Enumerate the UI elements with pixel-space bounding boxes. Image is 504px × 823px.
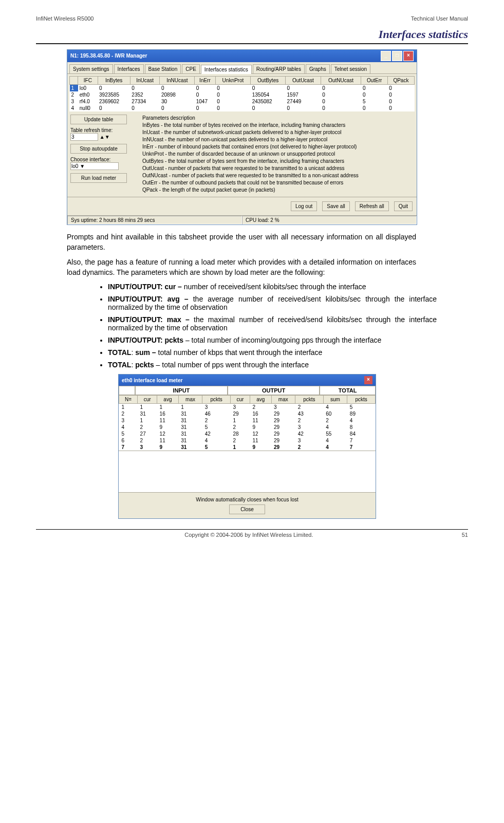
tab-telnet-session[interactable]: Telnet session [331,64,370,73]
list-item: TOTAL: sum – total number of kbps that w… [108,348,437,357]
stats-col-header: InBytes [98,77,130,85]
window-title-bar: N1: 195.38.45.80 - IWR Manager _ □ × [67,50,417,62]
desc-line: InUcast - the number of subnetwork-unica… [142,129,410,136]
table-row[interactable]: 4null00000000000 [70,105,415,111]
list-item: INPUT/OUTPUT: avg – the average number o… [108,295,437,311]
stats-col-header [70,77,78,85]
meter-col-header: pckts [347,396,376,404]
footer-center: Copyright © 2004-2006 by InfiNet Wireles… [184,532,313,538]
stats-col-header: InNUcast [160,77,195,85]
meter-col-header: cur [230,396,250,404]
stats-col-header: OutUcast [286,77,321,85]
tab-cpe[interactable]: CPE [182,64,200,73]
section-title: Interfaces statistics [36,28,468,44]
meter-col-header: sum [323,396,347,404]
prose-paragraph: Prompts and hint available in this tabsh… [67,232,416,252]
table-row: 621131421129347 [119,437,376,444]
meter-col-header: avg [250,396,271,404]
meter-col-header: cur [138,396,157,404]
bottom-buttons: Log outSave allRefresh allQuit [67,197,417,215]
table-row[interactable]: 3rf4.02369602273343010470243508227449050 [70,98,415,105]
list-item: INPUT/OUTPUT: pckts – total number of in… [108,336,437,344]
desc-line: OutErr - the number of outbound packets … [142,179,410,186]
refresh-time-input[interactable] [70,133,98,141]
meter-table: N=curavgmaxpcktscuravgmaxpcktssumpckts11… [119,395,376,451]
desc-line: OutNUcast - number of packets that were … [142,172,410,179]
tab-system-settings[interactable]: System settings [69,64,113,73]
meter-col-header: max [271,396,295,404]
stats-col-header: OutErr [361,77,387,85]
stats-table: IFCInBytesInUcastInNUcastInErrUnknProtOu… [69,76,415,111]
stats-col-header: QPack [387,77,414,85]
log-out-button[interactable]: Log out [291,201,317,211]
tab-graphs[interactable]: Graphs [306,64,330,73]
stats-col-header: InErr [195,77,215,85]
close-icon[interactable]: × [403,51,414,61]
meter-col-header: max [178,396,202,404]
list-item: INPUT/OUTPUT: max – the maximal number o… [108,315,437,332]
list-item: TOTAL: pckts – total number of pps went … [108,361,437,369]
refresh-all-button[interactable]: Refresh all [355,201,389,211]
stats-col-header: IFC [78,77,98,85]
page-number: 51 [462,532,468,538]
desc-line: QPack - the length of the output packet … [142,186,410,194]
maximize-icon[interactable]: □ [392,51,402,61]
desc-line: InErr - number of inbound packets that c… [142,143,410,151]
meter-group-input: INPUT [135,386,228,395]
stats-col-header: OutBytes [251,77,286,85]
status-cpu: CPU load: 2 % [242,216,417,225]
meter-footer-text: Window automatically closes when focus l… [123,497,371,502]
prose-paragraph: Also, the page has a feature of running … [67,257,416,277]
meter-col-header: avg [157,396,179,404]
iwr-manager-window: N1: 195.38.45.80 - IWR Manager _ □ × Sys… [67,49,417,225]
desc-line: InBytes - the total number of bytes rece… [142,122,410,129]
close-button[interactable]: Close [229,504,265,514]
header-left: InfiNet Wireless R5000 [36,15,94,22]
run-load-meter-button[interactable]: Run load meter [70,173,127,183]
save-all-button[interactable]: Save all [322,201,350,211]
stats-col-header: OutNUcast [321,77,361,85]
meter-col-header: pckts [202,396,231,404]
table-row[interactable]: 1lo00000000000 [70,85,415,92]
meter-window-title: eth0 interface load meter [122,378,182,383]
stop-autoupdate-button[interactable]: Stop autoupdate [70,144,127,154]
tab-routing-arp-tables[interactable]: Routing/ARP tables [253,64,305,73]
bullet-list: INPUT/OUTPUT: cur – number of received/s… [87,283,437,369]
table-row: 311131211129224 [119,417,376,424]
choose-interface-label: Choose interface: [70,157,137,162]
refresh-time-label: Table refresh time: [70,127,137,133]
desc-line: UnknProt - the number of discarded becau… [142,151,410,158]
meter-group-total: TOTAL [320,386,376,395]
table-row: 11113323245 [119,404,376,411]
interface-select[interactable]: lo0 ▼ [70,162,119,170]
table-row: 7393151929247 [119,444,376,451]
update-table-button[interactable]: Update table [70,115,127,124]
stats-col-header: InUcast [130,77,160,85]
table-row: 527123142281229425584 [119,431,376,437]
table-row[interactable]: 2eth03923585235220898001350541597000 [70,91,415,98]
tab-base-station[interactable]: Base Station [145,64,181,73]
tab-interfaces[interactable]: Interfaces [114,64,144,73]
status-uptime: Sys uptime: 2 hours 88 mins 29 secs [67,216,242,225]
tabs-bar: System settingsInterfacesBase StationCPE… [67,62,417,74]
load-meter-window: eth0 interface load meter × INPUT OUTPUT… [118,374,376,519]
tab-interfaces-statistics[interactable]: Interfaces statistics [201,65,252,74]
desc-line: OutBytes - the total number of bytes sen… [142,158,410,165]
desc-line: InNUcast - the number of non-unicast pac… [142,136,410,143]
list-item: INPUT/OUTPUT: cur – number of received/s… [108,283,437,291]
header-right: Technical User Manual [411,15,468,22]
stats-col-header: UnknProt [215,77,251,85]
meter-group-output: OUTPUT [228,386,320,395]
minimize-icon[interactable]: _ [381,51,391,61]
window-title: N1: 195.38.45.80 - IWR Manager [70,50,147,62]
parameters-description: Parameters description InBytes - the tot… [142,115,414,194]
table-row: 4293152929348 [119,424,376,431]
table-row: 231163146291629436089 [119,410,376,417]
meter-col-header: pckts [295,396,324,404]
quit-button[interactable]: Quit [394,201,413,211]
meter-col-header: N= [119,396,138,404]
close-icon[interactable]: × [364,376,372,384]
desc-line: OutUcast - number of packets that were r… [142,165,410,172]
